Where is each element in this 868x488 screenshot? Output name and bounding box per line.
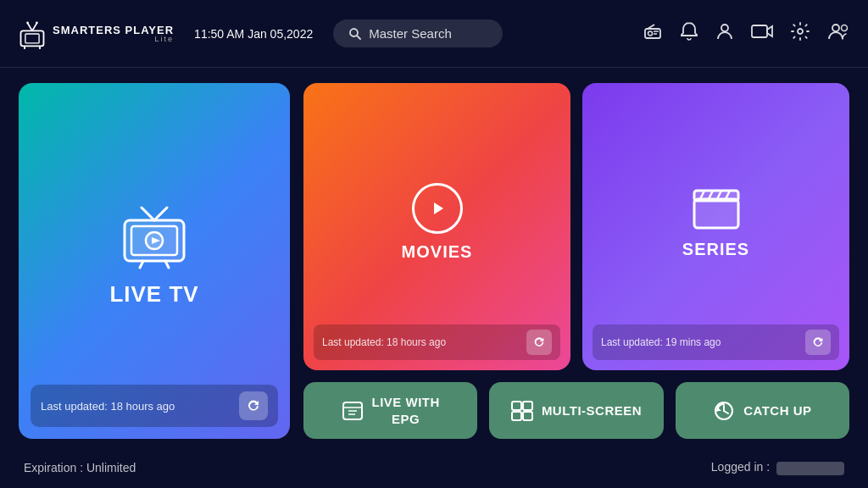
search-bar[interactable]: Master Search — [333, 19, 503, 47]
users-icon[interactable] — [827, 21, 851, 47]
svg-point-19 — [842, 25, 848, 30]
movies-refresh-button[interactable] — [526, 330, 552, 355]
header-icons — [643, 21, 851, 47]
expiration-text: Expiration : Unlimited — [24, 461, 136, 474]
svg-rect-41 — [512, 412, 521, 420]
search-icon — [348, 27, 362, 41]
svg-rect-1 — [25, 34, 39, 43]
logo-text: SMARTERS PLAYER Lite — [53, 25, 174, 43]
header: SMARTERS PLAYER Lite 11:50 AM Jan 05,202… — [0, 0, 868, 68]
svg-line-2 — [28, 23, 32, 30]
series-card[interactable]: SERIES Last updated: 19 mins ago — [582, 83, 849, 370]
catch-up-card[interactable]: CATCH UP — [676, 382, 849, 439]
svg-rect-39 — [512, 402, 521, 410]
live-epg-card[interactable]: LIVE WITHEPG — [303, 382, 477, 439]
live-tv-card[interactable]: LIVE TV Last updated: 18 hours ago — [19, 83, 290, 439]
svg-rect-29 — [694, 199, 738, 228]
svg-marker-28 — [434, 202, 443, 214]
logo-main-text: SMARTERS PLAYER — [53, 25, 174, 36]
live-tv-update-text: Last updated: 18 hours ago — [41, 400, 175, 413]
live-tv-refresh-button[interactable] — [239, 391, 268, 420]
live-tv-label: LIVE TV — [109, 281, 198, 308]
svg-rect-40 — [523, 402, 532, 410]
search-placeholder: Master Search — [369, 26, 452, 41]
epg-icon — [342, 401, 364, 421]
svg-rect-16 — [752, 25, 767, 37]
logo: SMARTERS PLAYER Lite — [17, 19, 174, 49]
profile-icon[interactable] — [715, 21, 734, 47]
live-epg-label: LIVE WITHEPG — [372, 394, 440, 427]
svg-point-15 — [721, 25, 728, 31]
right-grid: MOVIES Last updated: 18 hours ago — [303, 83, 849, 439]
movies-icon — [412, 183, 463, 234]
svg-point-5 — [36, 21, 38, 24]
notification-icon[interactable] — [680, 21, 698, 47]
footer: Expiration : Unlimited Logged in : — [0, 447, 868, 488]
svg-line-45 — [724, 411, 728, 413]
movies-label: MOVIES — [402, 242, 473, 262]
svg-line-3 — [32, 23, 36, 30]
series-icon — [691, 186, 742, 231]
logo-icon — [17, 19, 47, 49]
logged-in-value — [776, 462, 844, 475]
movies-update-text: Last updated: 18 hours ago — [322, 336, 446, 348]
movies-update-badge: Last updated: 18 hours ago — [314, 324, 560, 360]
multi-screen-card[interactable]: MULTI-SCREEN — [489, 382, 663, 439]
datetime: 11:50 AM Jan 05,2022 — [194, 27, 313, 41]
svg-point-17 — [798, 29, 803, 34]
svg-rect-42 — [523, 412, 532, 420]
svg-point-4 — [26, 21, 29, 24]
svg-rect-0 — [21, 30, 44, 46]
main-content: LIVE TV Last updated: 18 hours ago — [0, 68, 868, 447]
series-label: SERIES — [682, 240, 749, 259]
svg-point-11 — [648, 31, 653, 36]
series-update-badge: Last updated: 19 mins ago — [593, 324, 839, 360]
live-tv-update-badge: Last updated: 18 hours ago — [31, 385, 278, 427]
movies-card[interactable]: MOVIES Last updated: 18 hours ago — [303, 83, 570, 370]
svg-line-21 — [154, 208, 167, 220]
settings-icon[interactable] — [790, 21, 810, 47]
svg-line-9 — [357, 36, 360, 39]
record-icon[interactable] — [751, 22, 773, 46]
svg-marker-46 — [717, 407, 721, 411]
multiscreen-icon — [511, 401, 533, 421]
catch-up-label: CATCH UP — [743, 403, 811, 418]
multi-screen-label: MULTI-SCREEN — [542, 403, 642, 418]
radio-icon[interactable] — [643, 21, 663, 47]
bottom-row: LIVE WITHEPG MULTI-SCREEN — [303, 382, 849, 439]
logo-sub-text: Lite — [53, 36, 174, 43]
series-update-text: Last updated: 19 mins ago — [601, 336, 721, 348]
svg-line-20 — [142, 208, 154, 220]
catchup-icon — [713, 400, 735, 422]
top-row: MOVIES Last updated: 18 hours ago — [303, 83, 849, 370]
svg-point-18 — [832, 25, 839, 31]
logged-in-text: Logged in : — [711, 460, 844, 474]
series-refresh-button[interactable] — [805, 330, 831, 355]
live-tv-icon — [116, 203, 192, 271]
